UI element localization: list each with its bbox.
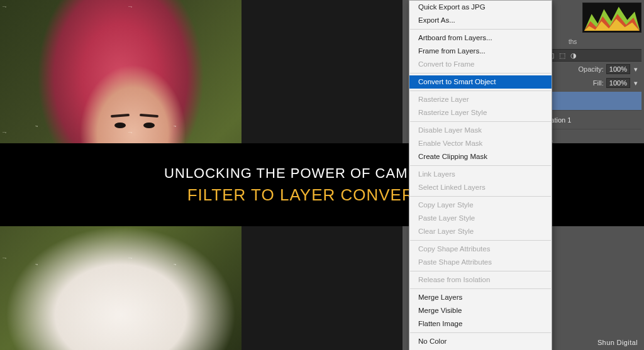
menu-separator	[410, 271, 551, 271]
adjust-icon[interactable]: ◑	[570, 52, 577, 60]
menu-item: Convert to Frame	[409, 58, 552, 71]
bounds-icon[interactable]: ⬚	[559, 52, 565, 60]
menu-separator	[410, 90, 551, 91]
face-eye	[143, 123, 155, 128]
menu-separator	[410, 196, 551, 197]
face-brow	[111, 114, 130, 118]
menu-item: Disable Layer Mask	[409, 124, 552, 137]
opacity-label: Opacity:	[579, 65, 604, 73]
histogram-icon	[583, 3, 641, 32]
menu-item: Rasterize Layer Style	[409, 106, 552, 119]
fill-input[interactable]: 100%	[606, 78, 630, 88]
menu-item[interactable]: Artboard from Layers...	[409, 31, 552, 45]
layer-context-menu: Quick Export as JPGExport As...Artboard …	[409, 0, 552, 350]
menu-separator	[410, 165, 551, 166]
chevron-down-icon[interactable]: ▾	[633, 79, 639, 87]
menu-item[interactable]: No Color	[409, 335, 552, 348]
menu-item: Link Layers	[409, 168, 552, 181]
menu-item: Paste Layer Style	[409, 212, 552, 225]
menu-item[interactable]: Merge Visible	[409, 304, 552, 317]
fill-label: Fill:	[593, 79, 604, 87]
menu-item[interactable]: Convert to Smart Object	[409, 75, 552, 89]
menu-separator	[410, 332, 551, 333]
watermark: Shun Digital	[597, 339, 638, 346]
menu-separator	[410, 288, 551, 289]
menu-item[interactable]: Quick Export as JPG	[409, 1, 552, 14]
menu-item[interactable]: Frame from Layers...	[409, 45, 552, 58]
menu-item: Rasterize Layer	[409, 93, 552, 106]
menu-separator	[410, 240, 551, 241]
menu-separator	[410, 29, 551, 30]
chevron-down-icon[interactable]: ▾	[633, 65, 639, 74]
panel-tab-label: ths	[569, 38, 577, 45]
menu-item[interactable]: Export As...	[409, 14, 552, 27]
menu-item: Copy Shape Attributes	[409, 243, 552, 256]
menu-item: Select Linked Layers	[409, 181, 552, 194]
menu-item: Release from Isolation	[409, 273, 552, 287]
face-eye	[114, 123, 126, 128]
menu-item[interactable]: Flatten Image	[409, 317, 552, 331]
menu-item: Enable Vector Mask	[409, 137, 552, 150]
menu-item: Paste Shape Attributes	[409, 256, 552, 269]
menu-item[interactable]: Create Clipping Mask	[409, 150, 552, 163]
menu-separator	[410, 121, 551, 122]
menu-item: Clear Layer Style	[409, 225, 552, 238]
panel-tab[interactable]: ths	[565, 35, 641, 48]
histogram-panel	[582, 3, 641, 33]
menu-item: Copy Layer Style	[409, 199, 552, 212]
menu-separator	[410, 73, 551, 74]
face-brow	[140, 114, 158, 118]
opacity-input[interactable]: 100%	[606, 64, 630, 74]
menu-item[interactable]: Merge Layers	[409, 291, 552, 304]
